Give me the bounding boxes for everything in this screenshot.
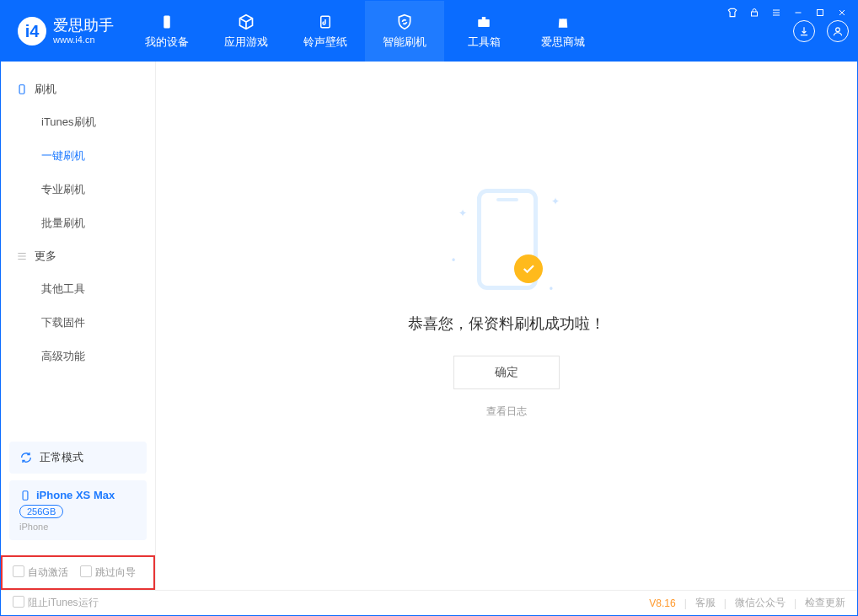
user-button[interactable] (827, 20, 849, 42)
list-icon (16, 250, 28, 262)
sync-icon (19, 451, 33, 464)
sidebar-item-other-tools[interactable]: 其他工具 (1, 272, 155, 306)
music-file-icon (316, 13, 335, 31)
tab-label: 应用游戏 (224, 35, 268, 50)
sparkle-icon: ✦ (551, 196, 560, 207)
window-controls (726, 6, 849, 19)
sidebar-item-oneclick-flash[interactable]: 一键刷机 (1, 139, 155, 173)
svg-rect-7 (19, 85, 24, 94)
success-illustration: ✦ ✦ • • (443, 182, 570, 300)
device-phone-icon (19, 490, 31, 501)
main-content: ✦ ✦ • • 恭喜您，保资料刷机成功啦！ 确定 查看日志 (156, 62, 857, 590)
shield-sync-icon (395, 13, 414, 31)
sparkle-icon: • (452, 254, 455, 266)
footer-link-wechat[interactable]: 微信公众号 (735, 596, 786, 610)
sidebar-item-pro-flash[interactable]: 专业刷机 (1, 173, 155, 206)
footer-link-service[interactable]: 客服 (695, 596, 716, 610)
sidebar-item-batch-flash[interactable]: 批量刷机 (1, 206, 155, 240)
svg-point-6 (836, 28, 840, 32)
svg-rect-8 (23, 490, 28, 500)
tab-store[interactable]: 爱思商城 (523, 1, 603, 62)
version-label: V8.16 (649, 597, 675, 609)
checkbox-label: 阻止iTunes运行 (28, 597, 99, 608)
mode-indicator[interactable]: 正常模式 (9, 442, 147, 474)
title-bar: i4 爱思助手 www.i4.cn 我的设备 应用游戏 铃声壁纸 智能刷机 (1, 1, 857, 62)
device-panel[interactable]: iPhone XS Max 256GB iPhone (9, 480, 147, 540)
lock-icon[interactable] (748, 6, 761, 19)
tab-label: 工具箱 (468, 35, 501, 50)
status-bar: 阻止iTunes运行 V8.16 | 客服 | 微信公众号 | 检查更新 (1, 590, 857, 615)
download-button[interactable] (793, 20, 815, 42)
phone-icon (158, 13, 176, 31)
tab-label: 智能刷机 (383, 35, 426, 50)
sidebar-group-label: 更多 (35, 249, 56, 264)
sidebar-group-flash: 刷机 (1, 73, 155, 105)
mode-label: 正常模式 (40, 450, 83, 465)
sidebar-item-itunes-flash[interactable]: iTunes刷机 (1, 105, 155, 139)
close-icon[interactable] (835, 6, 849, 19)
sidebar-item-advanced[interactable]: 高级功能 (1, 340, 155, 373)
device-storage-badge: 256GB (19, 505, 63, 518)
sidebar-group-label: 刷机 (35, 82, 56, 97)
tab-toolbox[interactable]: 工具箱 (444, 1, 523, 62)
tab-smart-flash[interactable]: 智能刷机 (365, 1, 444, 62)
tab-my-device[interactable]: 我的设备 (127, 1, 206, 62)
sidebar-item-download-firmware[interactable]: 下载固件 (1, 306, 155, 340)
device-name: iPhone XS Max (36, 489, 115, 501)
cube-icon (237, 13, 255, 31)
view-log-link[interactable]: 查看日志 (486, 404, 527, 419)
sidebar-group-more: 更多 (1, 240, 155, 272)
svg-rect-4 (478, 19, 490, 27)
sidebar: 刷机 iTunes刷机 一键刷机 专业刷机 批量刷机 更多 其他工具 下载固件 … (1, 62, 156, 590)
menu-icon[interactable] (770, 6, 783, 19)
tab-ringtone-wallpaper[interactable]: 铃声壁纸 (286, 1, 365, 62)
svg-rect-1 (818, 10, 823, 16)
phone-outline-icon (16, 83, 28, 95)
device-type: iPhone (19, 522, 48, 532)
svg-rect-0 (752, 12, 758, 16)
maximize-icon[interactable] (813, 6, 827, 19)
checkbox-skip-wizard[interactable]: 跳过向导 (80, 565, 136, 580)
toolbox-icon (475, 13, 493, 31)
footer-link-update[interactable]: 检查更新 (805, 596, 845, 610)
checkbox-block-itunes[interactable]: 阻止iTunes运行 (13, 596, 99, 610)
tab-label: 铃声壁纸 (303, 35, 347, 50)
sparkle-icon: • (550, 283, 553, 295)
sparkle-icon: ✦ (458, 207, 467, 219)
tab-label: 爱思商城 (541, 35, 585, 50)
checkbox-label: 跳过向导 (95, 566, 136, 578)
app-url: www.i4.cn (53, 35, 114, 45)
options-row: 自动激活 跳过向导 (1, 555, 155, 590)
shirt-icon[interactable] (726, 6, 739, 19)
checkbox-label: 自动激活 (28, 566, 68, 578)
svg-rect-5 (482, 17, 486, 19)
tab-label: 我的设备 (145, 35, 189, 50)
check-badge-icon (514, 254, 543, 283)
tab-apps-games[interactable]: 应用游戏 (206, 1, 286, 62)
ok-button[interactable]: 确定 (453, 356, 560, 389)
svg-rect-2 (164, 16, 170, 29)
app-logo: i4 爱思助手 www.i4.cn (1, 1, 127, 62)
app-name: 爱思助手 (53, 18, 114, 35)
success-message: 恭喜您，保资料刷机成功啦！ (408, 313, 605, 334)
logo-icon: i4 (18, 17, 46, 46)
bag-icon (554, 13, 572, 31)
minimize-icon[interactable] (791, 6, 805, 19)
checkbox-auto-activate[interactable]: 自动激活 (13, 565, 68, 580)
